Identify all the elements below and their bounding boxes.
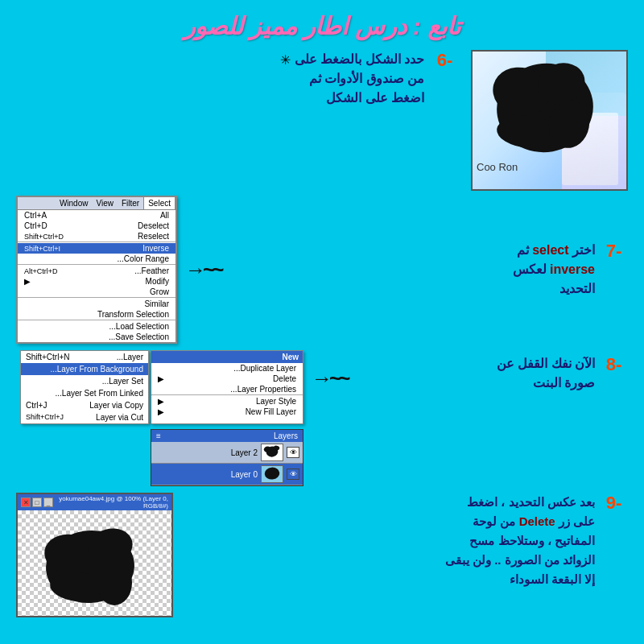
lsub-layer-set[interactable]: Layer Set... xyxy=(21,375,148,387)
step9-number: 9- xyxy=(600,493,628,514)
bottom-image-title: yokumae04aw4.jpg @ 100% (Layer 0, RGB/8#… xyxy=(53,495,168,510)
menu-tabs-row: Select Filter View Window xyxy=(18,197,175,210)
layer0-eye-icon[interactable]: 👁 xyxy=(287,469,299,480)
coo-ron-text: Coo Ron xyxy=(477,161,518,173)
checkered-background xyxy=(18,510,171,617)
step7-text-area: 7- اختر select ثم inverse لعكس التحديد xyxy=(229,241,628,299)
lsub-layer-new[interactable]: Layer...Shift+Ctrl+N xyxy=(21,351,148,363)
lm-delete[interactable]: Delete▶ xyxy=(151,374,303,384)
lsub-layer-via-copy[interactable]: Layer via CopyCtrl+J xyxy=(21,399,148,411)
menu-reselect[interactable]: ReselectShift+Ctrl+D xyxy=(18,231,175,242)
layers-panel-title: Layers ≡ xyxy=(151,430,303,442)
minimize-button[interactable]: _ xyxy=(43,497,53,507)
menu-grow[interactable]: Grow xyxy=(18,287,175,298)
lm-duplicate[interactable]: Duplicate Layer... xyxy=(151,363,303,374)
step9-line1: بعد عكس التحديد ، اضغط xyxy=(445,493,595,512)
layer2-thumb-svg xyxy=(262,444,283,461)
step6-row: 6- حدد الشكل بالضغط على ✳ من صندوق الأدو… xyxy=(16,50,459,108)
magic-wand-icon: ✳ xyxy=(280,52,291,68)
step7-number: 7- xyxy=(600,241,628,262)
step7-line1: اختر select ثم xyxy=(513,241,596,260)
step8-number: 8- xyxy=(600,354,628,375)
menu-load-selection[interactable]: Load Selection... xyxy=(18,321,175,332)
menu-all[interactable]: AllCtrl+A xyxy=(18,210,175,221)
tab-window[interactable]: Window xyxy=(56,197,93,209)
layer2-eye-icon[interactable]: 👁 xyxy=(287,447,299,458)
layer0-thumb xyxy=(261,465,283,483)
layer0-thumb-svg xyxy=(262,465,283,483)
layer-row-0[interactable]: 👁 Layer 0 xyxy=(151,464,303,485)
step8-line1: الآن نفك القفل عن xyxy=(497,354,595,374)
bottom-image-panel: yokumae04aw4.jpg @ 100% (Layer 0, RGB/8#… xyxy=(16,493,173,617)
menu-similar[interactable]: Similar xyxy=(18,299,175,309)
step6-main-text: حدد الشكل بالضغط على xyxy=(295,50,424,69)
step9-line2: على زر Delete من لوحة xyxy=(445,512,595,531)
tab-filter[interactable]: Filter xyxy=(118,197,143,209)
layers-label: Layers xyxy=(274,431,298,440)
bottom-image-titlebar: yokumae04aw4.jpg @ 100% (Layer 0, RGB/8#… xyxy=(18,494,171,510)
layer2-thumb xyxy=(261,444,283,461)
svg-point-7 xyxy=(264,447,271,452)
layers-options-icon: ≡ xyxy=(156,431,161,440)
svg-point-15 xyxy=(97,560,132,605)
bottom-black-blob xyxy=(34,518,147,611)
wavy-arrow-8: ~~→ xyxy=(312,350,347,391)
step6-line2: من صندوق الأدوات ثم xyxy=(280,69,424,89)
close-button[interactable]: ✕ xyxy=(21,497,31,507)
step8-text-area: 8- الآن نفك القفل عن صورة البنت xyxy=(355,350,628,393)
section-6: Coo Ron 6- حدد الشكل بالضغط على ✳ من صند… xyxy=(8,50,636,191)
lm-fill[interactable]: New Fill Layer▶ xyxy=(151,407,303,417)
layer0-name: Layer 0 xyxy=(231,470,258,479)
lm-style[interactable]: Layer Style▶ xyxy=(151,396,303,407)
layer-submenu-panel: Layer...Shift+Ctrl+N Layer From Backgrou… xyxy=(20,350,149,424)
tab-view[interactable]: View xyxy=(92,197,118,209)
layer2-name: Layer 2 xyxy=(231,448,258,457)
lm-properties[interactable]: Layer Properties... xyxy=(151,384,303,395)
step7-line2: inverse لعكس xyxy=(513,260,596,279)
close-buttons: _ □ ✕ xyxy=(21,497,53,507)
step6-text-block: حدد الشكل بالضغط على ✳ من صندوق الأدوات … xyxy=(280,50,424,108)
menu-modify[interactable]: Modify▶ xyxy=(18,276,175,287)
menu-color-range[interactable]: Color Range... xyxy=(18,254,175,265)
maximize-button[interactable]: □ xyxy=(32,497,42,507)
layer-new-menu: New Duplicate Layer... Delete▶ Layer Pro… xyxy=(151,350,303,424)
step8-text-block: الآن نفك القفل عن صورة البنت xyxy=(497,354,595,393)
title-bar: تابع : درس اطار مميز للصور xyxy=(8,12,636,40)
step9-line3: المفاتيح ، وستلاحظ مسح xyxy=(445,531,595,551)
lsub-layer-set-linked[interactable]: Layer Set From Linked... xyxy=(21,387,148,399)
step7-line3: التحديد xyxy=(513,279,596,299)
step9-text-block: بعد عكس التحديد ، اضغط على زر Delete من … xyxy=(445,493,595,589)
step6-line3: اضغط على الشكل xyxy=(280,89,424,108)
page-title: تابع : درس اطار مميز للصور xyxy=(184,13,461,39)
layer-row-2[interactable]: 👁 Layer 2 xyxy=(151,442,303,464)
page-wrapper: تابع : درس اطار مميز للصور Coo Ron xyxy=(0,0,644,644)
menu-feather[interactable]: Feather...Alt+Ctrl+D xyxy=(18,266,175,276)
lsub-layer-from-bg[interactable]: Layer From Background... xyxy=(21,363,148,375)
step6-content: 6- حدد الشكل بالضغط على ✳ من صندوق الأدو… xyxy=(16,50,459,108)
section-9: 9- بعد عكس التحديد ، اضغط على زر Delete … xyxy=(8,489,636,621)
menu-deselect[interactable]: DeselectCtrl+D xyxy=(18,221,175,231)
layers-panel: Layers ≡ 👁 Layer 2 xyxy=(151,429,303,486)
step9-text-area: 9- بعد عكس التحديد ، اضغط على زر Delete … xyxy=(181,493,628,589)
black-blob-svg xyxy=(489,60,601,172)
step6-line1: حدد الشكل بالضغط على ✳ xyxy=(280,50,424,69)
layer-panels-area: New Duplicate Layer... Delete▶ Layer Pro… xyxy=(16,350,303,486)
section-8: 8- الآن نفك القفل عن صورة البنت ~~→ New … xyxy=(8,349,636,488)
step7-text-block: اختر select ثم inverse لعكس التحديد xyxy=(513,241,596,299)
menu-inverse[interactable]: InverseShift+Ctrl+I xyxy=(18,243,175,254)
step9-line4: الزوائد من الصورة .. ولن يبقى xyxy=(445,551,595,570)
layer-menu-row: New Duplicate Layer... Delete▶ Layer Pro… xyxy=(16,350,303,424)
layer-menu-title: New xyxy=(151,351,303,363)
bottom-image-area: yokumae04aw4.jpg @ 100% (Layer 0, RGB/8#… xyxy=(16,493,173,617)
step9-line5: إلا البقعة السوداء xyxy=(445,570,595,589)
step8-line2: صورة البنت xyxy=(497,374,595,393)
tab-select[interactable]: Select xyxy=(143,197,175,209)
step6-number: 6- xyxy=(431,50,459,71)
wavy-arrow-7: ~~→ xyxy=(185,258,221,283)
lsub-layer-via-cut[interactable]: Layer via CutShift+Ctrl+J xyxy=(21,411,148,423)
step6-image: Coo Ron xyxy=(471,50,628,191)
menu-transform-selection[interactable]: Transform Selection xyxy=(18,309,175,320)
section-7: 7- اختر select ثم inverse لعكس التحديد ~… xyxy=(8,192,636,347)
menu-save-selection[interactable]: Save Selection... xyxy=(18,332,175,342)
select-menu-panel: Select Filter View Window AllCtrl+A Dese… xyxy=(16,196,177,344)
